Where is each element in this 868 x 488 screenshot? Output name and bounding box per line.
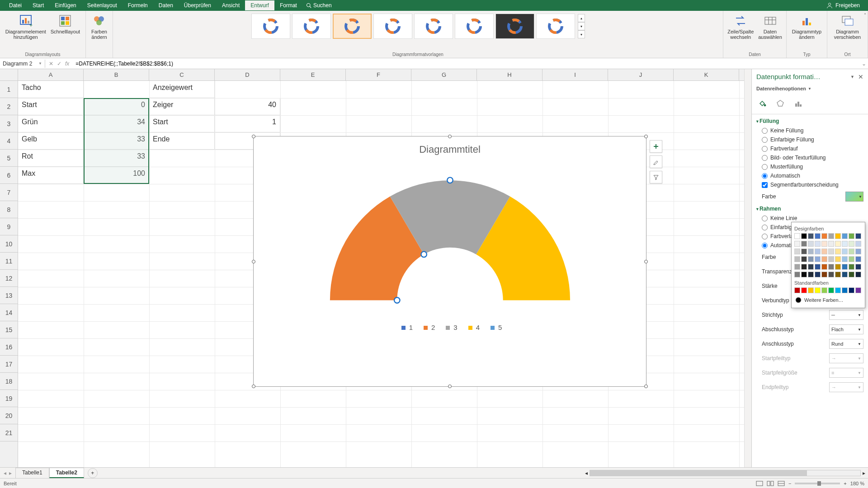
border-radio[interactable] — [762, 225, 768, 230]
gauge-chart-plot[interactable] — [309, 159, 591, 314]
color-swatch[interactable] — [801, 241, 807, 247]
color-swatch[interactable] — [821, 264, 827, 270]
fill-section[interactable]: Füllung — [752, 116, 868, 126]
chart-style-7[interactable] — [495, 14, 534, 39]
color-swatch[interactable] — [815, 256, 821, 262]
legend-item-3[interactable]: 3 — [442, 324, 457, 331]
cell-B4[interactable]: 33 — [84, 132, 149, 150]
row-header-7[interactable]: 7 — [0, 184, 18, 201]
cell-C4[interactable]: Ende — [149, 132, 215, 150]
col-header-I[interactable]: I — [542, 69, 608, 80]
fill-radio-einfarbige-füllung[interactable] — [762, 137, 768, 143]
color-swatch[interactable] — [821, 241, 827, 247]
row-header-21[interactable]: 21 — [0, 424, 18, 441]
cell-B6[interactable]: 100 — [84, 167, 149, 184]
color-swatch[interactable] — [835, 264, 841, 270]
color-swatch[interactable] — [801, 264, 807, 270]
normal-view-icon[interactable] — [756, 481, 763, 486]
more-colors-button[interactable]: Weitere Farben… — [794, 295, 862, 305]
row-header-8[interactable]: 8 — [0, 201, 18, 218]
color-swatch[interactable] — [849, 256, 854, 262]
pane-close-button[interactable]: ✕ — [858, 73, 863, 80]
change-chart-type-button[interactable]: Diagrammtyp ändern — [790, 13, 823, 41]
vertical-scrollbar[interactable] — [744, 69, 751, 467]
color-swatch[interactable] — [828, 287, 834, 293]
chart-filter-button[interactable] — [650, 171, 662, 183]
color-swatch[interactable] — [849, 249, 854, 254]
cell-B2[interactable]: 0 — [84, 98, 149, 115]
styles-scroll-down[interactable]: ▾ — [578, 22, 585, 30]
formula-expand[interactable]: ⌄ — [860, 61, 868, 67]
fx-icon[interactable]: fx — [65, 61, 69, 67]
enter-formula-icon[interactable]: ✓ — [57, 61, 61, 67]
row-header-14[interactable]: 14 — [0, 304, 18, 321]
row-header-4[interactable]: 4 — [0, 132, 18, 150]
color-swatch[interactable] — [849, 287, 854, 293]
sheet-tab-tabelle1[interactable]: Tabelle1 — [15, 468, 49, 478]
chart-brush-button[interactable] — [650, 155, 662, 168]
color-swatch[interactable] — [794, 272, 800, 277]
color-swatch[interactable] — [835, 287, 841, 293]
name-box[interactable]: Diagramm 2▼ — [0, 60, 45, 68]
color-swatch[interactable] — [794, 249, 800, 254]
color-swatch[interactable] — [808, 249, 814, 254]
row-header-15[interactable]: 15 — [0, 321, 18, 338]
quick-layout-button[interactable]: Schnelllayout — [49, 13, 82, 41]
color-swatch[interactable] — [801, 272, 807, 277]
tab-überprüfen[interactable]: Überprüfen — [179, 0, 217, 10]
cell-D3[interactable]: 1 — [215, 115, 280, 132]
color-swatch[interactable] — [842, 241, 848, 247]
embedded-chart[interactable]: Diagrammtitel 12345 — [253, 136, 646, 387]
ribbon-collapse[interactable]: ˄ — [864, 13, 866, 18]
styles-scroll-up[interactable]: ▴ — [578, 14, 585, 22]
col-header-K[interactable]: K — [674, 69, 739, 80]
color-swatch[interactable] — [842, 264, 848, 270]
color-swatch[interactable] — [849, 233, 854, 239]
row-header-19[interactable]: 19 — [0, 390, 18, 407]
row-header-5[interactable]: 5 — [0, 150, 18, 167]
row-header-6[interactable]: 6 — [0, 167, 18, 184]
color-swatch[interactable] — [828, 249, 834, 254]
color-swatch[interactable] — [794, 287, 800, 293]
color-swatch[interactable] — [808, 241, 814, 247]
color-swatch[interactable] — [849, 264, 854, 270]
legend-item-5[interactable]: 5 — [487, 324, 502, 331]
col-header-B[interactable]: B — [84, 69, 149, 80]
row-header-2[interactable]: 2 — [0, 98, 18, 115]
fill-radio-bild--oder-texturfüllung[interactable] — [762, 155, 768, 161]
color-swatch[interactable] — [849, 272, 854, 277]
pane-dropdown[interactable]: ▼ — [850, 75, 854, 79]
legend-item-1[interactable]: 1 — [398, 324, 413, 331]
fill-radio-keine-füllung[interactable] — [762, 128, 768, 134]
cell-A2[interactable]: Start — [18, 98, 84, 115]
col-header-G[interactable]: G — [411, 69, 477, 80]
page-break-view-icon[interactable] — [778, 481, 785, 486]
formula-input[interactable] — [73, 60, 860, 68]
chart-style-2[interactable] — [292, 14, 331, 39]
color-swatch[interactable] — [842, 233, 848, 239]
col-header-E[interactable]: E — [280, 69, 346, 80]
color-swatch[interactable] — [815, 264, 821, 270]
page-layout-view-icon[interactable] — [767, 481, 774, 486]
col-header-A[interactable]: A — [18, 69, 84, 80]
zoom-in[interactable]: + — [844, 481, 846, 486]
cap-type-select[interactable]: Flach▼ — [829, 324, 863, 334]
cell-C3[interactable]: Start — [149, 115, 215, 132]
color-swatch[interactable] — [815, 233, 821, 239]
color-swatch[interactable] — [821, 287, 827, 293]
chart-style-5[interactable] — [414, 14, 453, 39]
cell-A5[interactable]: Rot — [18, 150, 84, 167]
sheet-nav-next[interactable]: ▸ — [9, 470, 12, 476]
tab-datei[interactable]: Datei — [4, 0, 27, 10]
col-header-H[interactable]: H — [477, 69, 542, 80]
zoom-slider[interactable] — [795, 483, 840, 484]
color-swatch[interactable] — [808, 272, 814, 277]
row-header-9[interactable]: 9 — [0, 218, 18, 235]
color-swatch[interactable] — [828, 233, 834, 239]
color-swatch[interactable] — [842, 256, 848, 262]
border-section[interactable]: Rahmen — [752, 204, 868, 214]
select-all-corner[interactable] — [0, 69, 18, 81]
color-swatch[interactable] — [855, 256, 861, 262]
color-swatch[interactable] — [828, 272, 834, 277]
color-swatch[interactable] — [794, 241, 800, 247]
